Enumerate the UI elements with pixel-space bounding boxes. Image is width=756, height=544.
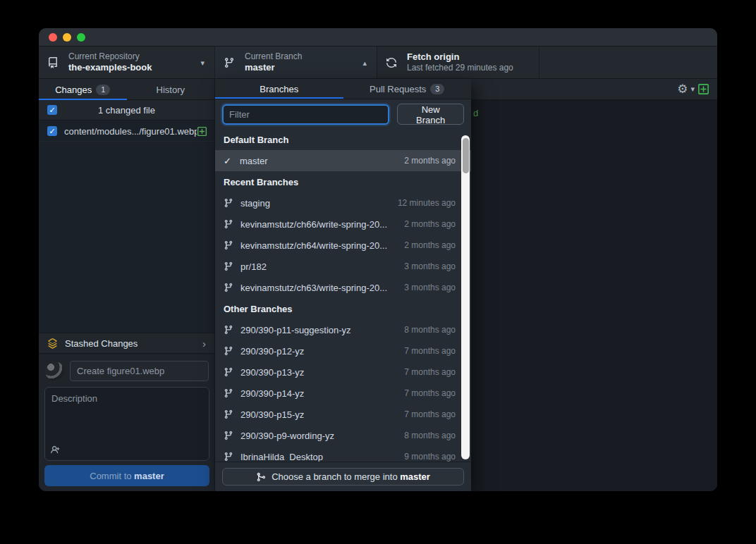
branch-row[interactable]: 290/390-p14-yz 7 months ago <box>215 383 471 404</box>
section-header-recent: Recent Branches <box>215 171 471 192</box>
gear-icon[interactable]: ⚙ <box>677 83 688 95</box>
file-row[interactable]: ✓ content/modules.../figure01.webp <box>39 121 214 142</box>
git-branch-icon <box>224 283 233 292</box>
tab-pull-requests-label: Pull Requests <box>370 84 426 94</box>
merge-button-branch: master <box>400 471 430 482</box>
merge-button-prefix: Choose a branch to merge into <box>272 471 400 482</box>
branch-row[interactable]: 290/390-p9-wording-yz 8 months ago <box>215 425 471 446</box>
git-branch-icon <box>224 57 235 68</box>
scrollbar-track[interactable] <box>461 135 470 459</box>
repo-icon <box>47 57 59 68</box>
branch-name: kevinamstutz/ch63/write-spring-20... <box>240 283 404 293</box>
branch-time: 2 months ago <box>404 219 456 229</box>
fetch-origin-button[interactable]: Fetch origin Last fetched 29 minutes ago <box>377 47 539 78</box>
branch-name: 290/390-p9-wording-yz <box>240 431 404 441</box>
titlebar <box>39 28 717 47</box>
commit-button[interactable]: Commit to master <box>44 465 209 486</box>
branch-name: kevinamstutz/ch64/write-spring-20... <box>240 240 404 251</box>
git-branch-icon <box>224 367 233 377</box>
fetch-label: Fetch origin <box>407 51 513 63</box>
diff-added-icon[interactable] <box>697 83 709 95</box>
chevron-up-icon: ▴ <box>362 58 367 67</box>
branch-row[interactable]: kevinamstutz/ch66/write-spring-20... 2 m… <box>215 214 471 235</box>
section-header-default: Default Branch <box>215 129 471 150</box>
file-path: content/modules.../figure01.webp <box>64 126 197 137</box>
branch-time: 3 months ago <box>404 283 456 292</box>
branch-row[interactable]: 290/390-p12-yz 7 months ago <box>215 340 471 361</box>
tab-changes[interactable]: Changes 1 <box>39 79 127 100</box>
branch-time: 2 months ago <box>404 240 456 250</box>
commit-form: Commit to master <box>39 354 214 491</box>
commit-description-box <box>44 387 209 461</box>
current-repository-dropdown[interactable]: Current Repository the-examples-book ▾ <box>39 47 215 78</box>
branch-name: pr/182 <box>240 261 404 272</box>
branch-name: staging <box>240 198 398 209</box>
tab-changes-label: Changes <box>55 85 92 95</box>
commit-button-branch: master <box>134 471 164 481</box>
branch-row[interactable]: pr/182 3 months ago <box>215 256 471 277</box>
merge-footer: Choose a branch to merge into master <box>215 462 471 491</box>
zoom-window-button[interactable] <box>77 33 85 42</box>
git-branch-icon <box>224 219 233 229</box>
branch-time: 3 months ago <box>404 261 456 271</box>
diff-text-fragment: d <box>473 108 478 118</box>
stashed-changes-label: Stashed Changes <box>65 338 138 349</box>
new-branch-button[interactable]: New Branch <box>397 104 464 125</box>
branch-row[interactable]: 290/390-p13-yz 7 months ago <box>215 361 471 383</box>
files-summary-row: ✓ 1 changed file <box>39 100 214 120</box>
branch-row[interactable]: IbrinaHilda_Desktop 9 months ago <box>215 446 471 462</box>
chevron-down-icon[interactable]: ▾ <box>690 85 695 94</box>
sync-icon <box>386 57 397 68</box>
branch-list: Default Branch ✓ master 2 months ago Rec… <box>215 129 471 462</box>
git-branch-icon <box>224 431 233 440</box>
scrollbar-thumb[interactable] <box>463 138 469 173</box>
branch-row[interactable]: 290/390-p11-suggestion-yz 8 months ago <box>215 319 471 340</box>
chevron-down-icon: ▾ <box>200 58 205 67</box>
chevron-right-icon: › <box>202 338 206 350</box>
git-branch-icon <box>224 388 233 398</box>
tab-history-label: History <box>157 85 185 95</box>
commit-description-input[interactable] <box>45 388 209 444</box>
tab-branches[interactable]: Branches <box>215 79 343 99</box>
branch-name: kevinamstutz/ch66/write-spring-20... <box>240 219 404 230</box>
pull-requests-count-badge: 3 <box>430 84 444 94</box>
branch-name: 290/390-p12-yz <box>240 346 404 357</box>
branch-name: 290/390-p15-yz <box>240 409 404 420</box>
check-icon: ✓ <box>224 156 231 166</box>
minimize-window-button[interactable] <box>63 33 71 42</box>
close-window-button[interactable] <box>49 33 57 42</box>
branch-row[interactable]: kevinamstutz/ch64/write-spring-20... 2 m… <box>215 235 471 256</box>
git-branch-icon <box>224 325 233 335</box>
branch-filter-input[interactable] <box>222 104 389 125</box>
section-header-other: Other Branches <box>215 298 471 319</box>
branch-name: 290/390-p11-suggestion-yz <box>240 325 404 335</box>
branch-row[interactable]: 290/390-p15-yz 7 months ago <box>215 404 471 425</box>
changes-sidebar: ✓ 1 changed file ✓ content/modules.../fi… <box>39 100 215 491</box>
select-all-checkbox[interactable]: ✓ <box>47 105 57 115</box>
tab-pull-requests[interactable]: Pull Requests 3 <box>343 79 472 99</box>
diff-options-strip: ⚙ ▾ <box>471 79 717 100</box>
branch-name: master <box>240 156 404 166</box>
stack-icon <box>47 338 58 349</box>
git-merge-icon <box>256 472 266 482</box>
branches-dropdown: Branches Pull Requests 3 New Branch Defa… <box>215 79 471 491</box>
branch-time: 9 months ago <box>404 452 456 462</box>
file-checkbox[interactable]: ✓ <box>47 126 57 136</box>
github-desktop-window: Current Repository the-examples-book ▾ C… <box>39 28 717 491</box>
person-add-icon[interactable] <box>51 445 61 455</box>
filter-row: New Branch <box>215 99 471 129</box>
stashed-changes-row[interactable]: Stashed Changes › <box>39 333 214 354</box>
current-branch-dropdown[interactable]: Current Branch master ▴ <box>215 47 377 78</box>
tab-history[interactable]: History <box>127 79 215 100</box>
commit-summary-input[interactable] <box>70 361 209 381</box>
git-branch-icon <box>224 409 233 419</box>
branch-row-master[interactable]: ✓ master 2 months ago <box>215 150 471 171</box>
branch-row[interactable]: staging 12 minutes ago <box>215 192 471 214</box>
branch-time: 7 months ago <box>404 388 456 398</box>
choose-branch-to-merge-button[interactable]: Choose a branch to merge into master <box>222 468 464 486</box>
branch-row[interactable]: kevinamstutz/ch63/write-spring-20... 3 m… <box>215 277 471 298</box>
branch-time: 2 months ago <box>404 156 456 166</box>
branch-label: Current Branch <box>245 51 302 62</box>
file-added-icon <box>197 126 207 137</box>
git-branch-icon <box>224 346 233 356</box>
